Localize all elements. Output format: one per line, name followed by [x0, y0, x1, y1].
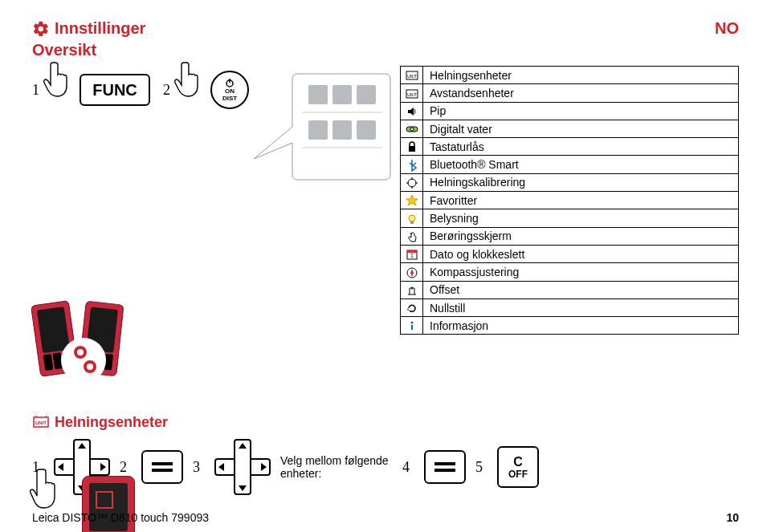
table-row: Favoritter — [401, 192, 739, 209]
bluetooth-icon — [401, 156, 423, 173]
table-row: Belysning — [401, 209, 739, 227]
dist-label: DIST — [222, 95, 237, 102]
hand-pointer-icon — [175, 66, 210, 111]
step-3-text: Velg mellom følgende enheter: — [280, 454, 393, 480]
setting-label: Helningskalibrering — [423, 173, 739, 191]
calendar-icon: 1 — [401, 245, 423, 262]
svg-text:UNIT: UNIT — [407, 92, 417, 97]
setting-label: Favoritter — [423, 192, 739, 209]
step-1-label: 1 — [32, 66, 39, 99]
setting-label: Helningsenheter — [423, 67, 739, 84]
svg-point-22 — [409, 215, 415, 221]
equals-button[interactable] — [424, 450, 466, 484]
setting-label: Pip — [423, 102, 739, 120]
star-icon — [401, 192, 423, 209]
table-row: Bluetooth® Smart — [401, 156, 739, 173]
svg-rect-5 — [308, 120, 328, 140]
step-2-label: 2 — [163, 66, 170, 99]
setting-label: Belysning — [423, 209, 739, 227]
setting-label: Tastaturlås — [423, 138, 739, 156]
touch-icon — [401, 227, 423, 245]
table-row: Tastaturlås — [401, 138, 739, 156]
svg-point-15 — [410, 128, 414, 131]
device-illustration — [31, 286, 191, 399]
page-subtitle: Oversikt — [32, 41, 145, 59]
callout-bubble — [249, 66, 394, 194]
svg-rect-16 — [409, 146, 415, 152]
step-4-label: 4 — [402, 459, 410, 476]
setting-label: Dato og klokkeslett — [423, 245, 739, 262]
table-row: UNITAvstandsenheter — [401, 84, 739, 102]
c-off-button[interactable]: C OFF — [497, 446, 539, 488]
c-label: C — [513, 455, 523, 469]
level-icon — [401, 120, 423, 137]
svg-rect-3 — [332, 85, 352, 104]
dpad-button[interactable] — [214, 439, 271, 495]
gear-cluster-icon — [61, 338, 106, 383]
language-code: NO — [715, 19, 739, 38]
off-label: OFF — [508, 469, 528, 480]
lock-icon — [401, 138, 423, 156]
table-row: 1Dato og klokkeslett — [401, 245, 739, 262]
table-row: Digitalt vater — [401, 120, 739, 137]
calibrate-icon — [401, 173, 423, 191]
svg-rect-6 — [332, 120, 352, 140]
on-label: ON — [225, 87, 235, 95]
setting-label: Kompassjustering — [423, 263, 739, 281]
dist-unit-icon: UNIT — [401, 84, 423, 102]
svg-rect-23 — [410, 221, 414, 224]
page-title: Innstillinger — [55, 19, 145, 38]
step-2b-label: 2 — [120, 459, 127, 476]
setting-label: Digitalt vater — [423, 120, 739, 137]
bulb-icon — [401, 209, 423, 227]
svg-rect-2 — [308, 85, 328, 104]
table-row: Pip — [401, 102, 739, 120]
svg-text:1: 1 — [410, 253, 414, 258]
table-row: UNITHelningsenheter — [401, 67, 739, 84]
svg-text:UNIT: UNIT — [407, 74, 417, 79]
svg-rect-4 — [357, 85, 376, 104]
setting-label: Bluetooth® Smart — [423, 156, 739, 173]
step-5-label: 5 — [475, 459, 483, 476]
table-row: Berøringsskjerm — [401, 227, 739, 245]
setting-label: Avstandsenheter — [423, 84, 739, 102]
table-row: Helningskalibrering — [401, 173, 739, 191]
angle-unit-icon: UNIT — [32, 413, 50, 431]
svg-rect-7 — [357, 120, 376, 140]
footer-product: Leica DISTO™ D810 touch 799093 — [32, 511, 209, 524]
section-title: Helningsenheter — [55, 414, 168, 431]
step-3b-label: 3 — [193, 459, 200, 476]
angle-unit-icon: UNIT — [401, 67, 423, 84]
table-row: Kompassjustering — [401, 263, 739, 281]
settings-gear-icon — [32, 20, 50, 38]
hand-pointer-icon — [44, 66, 80, 111]
svg-text:UNIT: UNIT — [35, 420, 47, 425]
setting-label: Berøringsskjerm — [423, 227, 739, 245]
sound-icon — [401, 102, 423, 120]
compass-icon — [401, 263, 423, 281]
svg-point-17 — [408, 179, 416, 187]
equals-button[interactable] — [141, 450, 183, 484]
power-icon — [225, 78, 235, 87]
page-number: 10 — [726, 511, 739, 524]
on-dist-button[interactable]: ON DIST — [210, 71, 249, 109]
func-button[interactable]: FUNC — [80, 74, 150, 106]
